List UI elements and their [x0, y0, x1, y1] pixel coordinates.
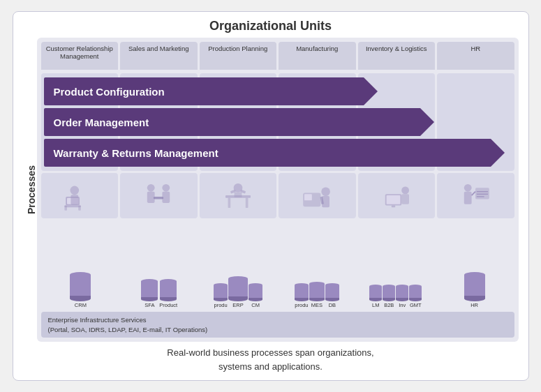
db-label-product: Product	[159, 303, 177, 308]
page-title: Organizational Units	[23, 19, 519, 33]
svg-rect-16	[234, 192, 242, 197]
icon-sales	[120, 173, 198, 218]
bottom-text: Real-world business processes span organ…	[23, 346, 519, 373]
arrow-label-1: Product Configuration	[54, 86, 165, 98]
upper-section: Customer Relationship Management Sales a…	[41, 42, 514, 269]
db-group-inv: LM B2B Inv	[357, 285, 434, 308]
bottom-text-line2: systems and applications.	[37, 360, 505, 374]
svg-rect-14	[246, 197, 249, 207]
main-container: Organizational Units Processes Customer …	[13, 11, 529, 381]
db-group-mfg: produ MES DB	[279, 282, 355, 308]
icon-hr	[437, 173, 514, 218]
svg-rect-8	[147, 191, 155, 202]
db-label-b2b: B2B	[384, 303, 394, 308]
svg-line-35	[472, 191, 475, 195]
col-header-prodplan: Production Planning	[200, 42, 277, 70]
arrow-product-config: Product Configuration	[44, 77, 514, 105]
db-row: CRM SFA	[41, 271, 514, 310]
svg-rect-13	[228, 197, 230, 207]
db-label-erp: ERP	[232, 303, 243, 308]
db-crm: CRM	[70, 272, 91, 308]
col-header-sales: Sales and Marketing	[120, 42, 198, 70]
db-group-hr: HR	[436, 272, 513, 308]
enterprise-bar: Enterprise Infrastructure Services (Port…	[41, 312, 514, 338]
db-label-crm: CRM	[75, 303, 87, 308]
db-label-gmt: GMT	[410, 303, 422, 308]
svg-rect-28	[401, 194, 409, 204]
db-produ2: produ	[295, 283, 309, 308]
db-group-sales: SFA Product	[121, 279, 198, 308]
svg-point-2	[70, 186, 79, 195]
col-header-inv: Inventory & Logistics	[358, 42, 436, 70]
arrow-body-1: Product Configuration	[44, 77, 364, 105]
svg-rect-20	[304, 194, 312, 200]
hr-illustration-icon	[457, 177, 494, 215]
enterprise-bar-line1: Enterprise Infrastructure Services	[48, 315, 507, 324]
svg-rect-25	[386, 195, 400, 204]
db-produ1: produ	[214, 283, 228, 308]
db-gmt: GMT	[409, 285, 422, 308]
svg-rect-34	[464, 191, 472, 204]
diagram-body: Customer Relationship Management Sales a…	[41, 42, 514, 338]
svg-rect-26	[392, 205, 395, 207]
col-header-hr: HR	[437, 42, 514, 70]
inventory-illustration-icon	[378, 177, 415, 215]
svg-rect-29	[475, 188, 489, 199]
manufacturing-illustration-icon	[298, 177, 336, 215]
svg-point-7	[147, 183, 155, 191]
svg-rect-11	[154, 196, 163, 199]
db-label-lm: LM	[372, 303, 379, 308]
svg-rect-5	[64, 205, 67, 210]
db-cm: CM	[249, 283, 262, 308]
db-label-sfa: SFA	[144, 303, 154, 308]
production-illustration-icon	[219, 177, 257, 215]
col-header-crm: Customer Relationship Management	[41, 42, 119, 70]
sales-illustration-icon	[140, 177, 177, 215]
icon-inventory	[358, 173, 436, 218]
db-group-prodplan: produ ERP CM	[200, 276, 276, 308]
arrow-warranty: Warranty & Returns Management	[44, 139, 514, 167]
icon-manufacturing	[279, 173, 356, 218]
db-label-inv: Inv	[399, 303, 406, 308]
db-label-hr: HR	[470, 303, 478, 308]
db-label-cm: CM	[251, 303, 260, 308]
db-label-db: DB	[329, 303, 336, 308]
arrow-label-2: Order Management	[54, 116, 149, 128]
processes-label: Processes	[23, 38, 37, 342]
db-mes: MES	[309, 282, 325, 308]
db-product: Product	[159, 279, 177, 308]
db-lm: LM	[369, 285, 382, 308]
svg-rect-10	[163, 191, 170, 202]
db-inv: Inv	[396, 285, 408, 308]
db-label-produ1: produ	[214, 303, 227, 308]
svg-point-33	[464, 183, 472, 191]
db-label-mes: MES	[311, 303, 323, 308]
svg-point-21	[322, 187, 331, 196]
db-sfa: SFA	[141, 279, 158, 308]
arrow-order-mgmt: Order Management	[44, 108, 514, 136]
db-erp: ERP	[228, 276, 248, 308]
icon-crm	[41, 173, 119, 218]
arrow-body-3: Warranty & Returns Management	[44, 139, 491, 167]
svg-point-9	[163, 183, 170, 191]
svg-point-27	[401, 186, 409, 194]
db-db: DB	[325, 283, 339, 308]
columns-row: Customer Relationship Management Sales a…	[41, 42, 514, 71]
arrow-label-3: Warranty & Returns Management	[54, 147, 218, 159]
content-area: Processes Customer Relationship Manageme…	[23, 38, 519, 342]
bottom-text-line1: Real-world business processes span organ…	[37, 346, 505, 360]
arrow-body-2: Order Management	[44, 108, 420, 136]
arrows-section: Product Configuration Order Management	[41, 73, 514, 171]
svg-rect-6	[78, 205, 81, 210]
enterprise-bar-line2: (Portal, SOA, IDRS, LDAP, EAI, E-mail, I…	[48, 325, 507, 334]
db-hr: HR	[464, 272, 485, 308]
col-header-mfg: Manufacturing	[279, 42, 356, 70]
icons-row	[41, 173, 514, 218]
diagram-area: Customer Relationship Management Sales a…	[37, 38, 519, 342]
svg-rect-3	[71, 195, 78, 204]
icon-production	[200, 173, 277, 218]
db-label-produ2: produ	[295, 303, 308, 308]
crm-illustration-icon	[61, 177, 98, 215]
db-group-crm: CRM	[43, 272, 119, 308]
db-b2b: B2B	[383, 285, 395, 308]
